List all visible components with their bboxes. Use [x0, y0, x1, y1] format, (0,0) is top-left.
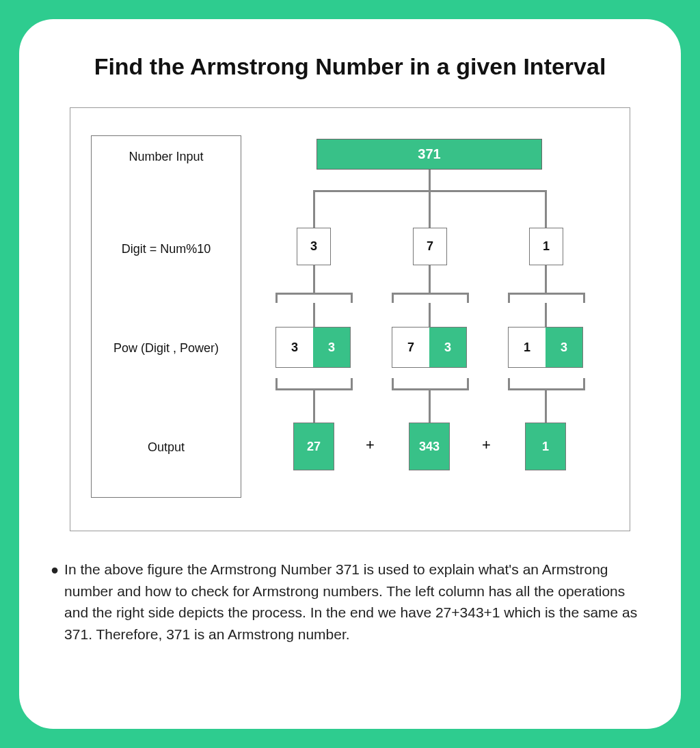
- digit-cell-2: 7: [413, 228, 447, 265]
- legend-row-pow: Pow (Digit , Power): [92, 341, 241, 356]
- legend-row-input: Number Input: [92, 150, 241, 164]
- legend-row-output: Output: [92, 440, 241, 455]
- connector-line: [313, 190, 315, 228]
- connector-line: [429, 390, 431, 423]
- input-number-box: 371: [317, 139, 542, 170]
- bullet-icon: ●: [51, 559, 59, 580]
- pow-base-2: 7: [392, 328, 429, 367]
- content-card: Find the Armstrong Number in a given Int…: [19, 19, 681, 729]
- digit-cell-3: 1: [529, 228, 563, 265]
- legend-row-digit: Digit = Num%10: [92, 242, 241, 256]
- bracket-line: [583, 378, 585, 388]
- pow-exp-2: 3: [429, 328, 466, 367]
- pow-pair-3: 1 3: [508, 327, 583, 368]
- connector-line: [313, 265, 315, 293]
- bracket-line: [275, 293, 353, 295]
- bracket-line: [583, 293, 585, 303]
- digit-cell-1: 3: [297, 228, 331, 265]
- connector-line: [545, 303, 547, 327]
- output-cell-1: 27: [293, 423, 334, 470]
- bracket-line: [467, 293, 469, 303]
- pow-exp-1: 3: [313, 328, 350, 367]
- connector-line: [429, 265, 431, 293]
- output-cell-2: 343: [409, 423, 450, 470]
- diagram-container: Number Input Digit = Num%10 Pow (Digit ,…: [70, 107, 630, 531]
- bracket-line: [467, 378, 469, 388]
- bracket-line: [351, 378, 353, 388]
- plus-1: +: [366, 436, 375, 454]
- connector-line: [429, 190, 431, 228]
- description-block: ● In the above figure the Armstrong Numb…: [46, 559, 654, 645]
- connector-line: [429, 303, 431, 327]
- pow-pair-2: 7 3: [392, 327, 467, 368]
- bracket-line: [508, 378, 510, 388]
- description-text: In the above figure the Armstrong Number…: [64, 559, 649, 645]
- bracket-line: [508, 293, 585, 295]
- bracket-line: [392, 293, 469, 295]
- bracket-line: [275, 378, 278, 388]
- bracket-line: [392, 293, 394, 303]
- page-title: Find the Armstrong Number in a given Int…: [46, 53, 654, 80]
- connector-line: [545, 265, 547, 293]
- connector-line: [313, 390, 315, 423]
- connector-line: [545, 190, 547, 228]
- legend-box: Number Input Digit = Num%10 Pow (Digit ,…: [91, 135, 241, 498]
- pow-base-1: 3: [276, 328, 313, 367]
- pow-pair-1: 3 3: [275, 327, 351, 368]
- connector-line: [429, 170, 431, 190]
- plus-2: +: [482, 436, 491, 454]
- connector-line: [545, 390, 547, 423]
- pow-exp-3: 3: [546, 328, 582, 367]
- output-cell-3: 1: [525, 423, 566, 470]
- connector-line: [313, 303, 315, 327]
- bracket-line: [275, 293, 278, 303]
- bracket-line: [392, 378, 394, 388]
- pow-base-3: 1: [509, 328, 546, 367]
- bracket-line: [508, 293, 510, 303]
- bracket-line: [351, 293, 353, 303]
